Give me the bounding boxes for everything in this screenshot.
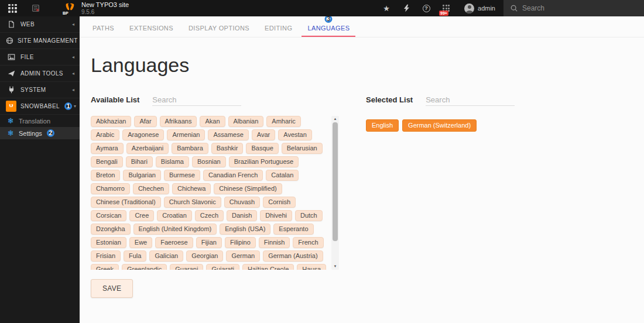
language-tag-catalan[interactable]: Catalan bbox=[266, 170, 299, 181]
language-tag-amharic[interactable]: Amharic bbox=[266, 116, 300, 127]
language-tag-arabic[interactable]: Arabic bbox=[91, 129, 119, 140]
scroll-up-icon[interactable]: ▲ bbox=[331, 116, 339, 122]
available-search-input[interactable] bbox=[152, 94, 241, 106]
save-button[interactable]: SAVE bbox=[91, 279, 133, 298]
language-tag-georgian[interactable]: Georgian bbox=[186, 250, 223, 262]
language-tag-chinese-traditional[interactable]: Chinese (Traditional) bbox=[91, 197, 161, 208]
tab-display-options[interactable]: DISPLAY OPTIONS bbox=[183, 16, 255, 37]
language-tag-azerbaijani[interactable]: Azerbaijani bbox=[126, 143, 169, 154]
language-tag-french[interactable]: French bbox=[293, 237, 323, 248]
tab-languages[interactable]: LANGUAGES3 bbox=[302, 16, 355, 37]
chevron-down-icon: ▾ bbox=[74, 104, 76, 109]
language-tag-faeroese[interactable]: Faeroese bbox=[155, 237, 193, 248]
tab-paths[interactable]: PATHS bbox=[87, 16, 120, 37]
modules-menu-icon[interactable] bbox=[8, 4, 17, 13]
sidebar-module-admin-tools[interactable]: ADMIN TOOLS◂ bbox=[0, 66, 80, 82]
language-tag-ha-tian-creole[interactable]: Haïtian Creole bbox=[242, 264, 294, 270]
language-tag-czech[interactable]: Czech bbox=[195, 210, 224, 221]
language-tag-bengali[interactable]: Bengali bbox=[91, 156, 123, 167]
global-search-input[interactable] bbox=[522, 4, 628, 12]
language-tag-bashkir[interactable]: Bashkir bbox=[211, 143, 244, 154]
topbar-right: ★ ? 99+ admin bbox=[376, 0, 644, 16]
selected-language-tag-english[interactable]: English bbox=[366, 119, 399, 132]
sidebar-module-file[interactable]: FILE◂ bbox=[0, 49, 80, 66]
language-tag-afar[interactable]: Afar bbox=[134, 116, 156, 127]
language-tag-belarusian[interactable]: Belarusian bbox=[282, 143, 323, 154]
language-tag-estonian[interactable]: Estonian bbox=[91, 237, 126, 248]
language-tag-chichewa[interactable]: Chichewa bbox=[172, 183, 211, 194]
language-tag-cornish[interactable]: Cornish bbox=[263, 197, 296, 208]
language-tag-afrikaans[interactable]: Afrikaans bbox=[160, 116, 197, 127]
help-icon[interactable]: ? bbox=[416, 0, 436, 16]
language-tag-chinese-simplified[interactable]: Chinese (Simplified) bbox=[214, 183, 282, 194]
language-tag-dutch[interactable]: Dutch bbox=[295, 210, 323, 221]
language-tag-aymara[interactable]: Aymara bbox=[91, 143, 124, 154]
language-tag-assamese[interactable]: Assamese bbox=[208, 129, 248, 140]
notifications-icon[interactable]: 99+ bbox=[436, 0, 456, 16]
scrollbar-thumb[interactable] bbox=[333, 122, 338, 241]
selected-search-input[interactable] bbox=[426, 94, 515, 106]
language-tag-esperanto[interactable]: Esperanto bbox=[273, 224, 313, 235]
language-tag-finnish[interactable]: Finnish bbox=[259, 237, 290, 248]
language-tag-croatian[interactable]: Croatian bbox=[157, 210, 192, 221]
tab-extensions[interactable]: EXTENSIONS bbox=[124, 16, 179, 37]
language-tag-basque[interactable]: Basque bbox=[246, 143, 278, 154]
user-menu[interactable]: admin bbox=[456, 4, 503, 13]
language-tag-armenian[interactable]: Armenian bbox=[167, 129, 205, 140]
language-tag-bambara[interactable]: Bambara bbox=[172, 143, 208, 154]
language-tag-german-austria[interactable]: German (Austria) bbox=[263, 250, 323, 262]
language-tag-filipino[interactable]: Filipino bbox=[225, 237, 256, 248]
list-scrollbar[interactable]: ▲ ▼ bbox=[331, 116, 339, 270]
language-tag-danish[interactable]: Danish bbox=[227, 210, 257, 221]
language-tag-dzongkha[interactable]: Dzongkha bbox=[91, 224, 131, 235]
language-tag-chamorro[interactable]: Chamorro bbox=[91, 183, 130, 194]
language-tag-avar[interactable]: Avar bbox=[252, 129, 275, 140]
language-tag-greenlandic[interactable]: Greenlandic bbox=[122, 264, 167, 270]
language-tag-chechen[interactable]: Chechen bbox=[133, 183, 169, 194]
language-tag-breton[interactable]: Breton bbox=[91, 170, 120, 181]
language-tag-corsican[interactable]: Corsican bbox=[91, 210, 126, 221]
language-tag-bislama[interactable]: Bislama bbox=[156, 156, 189, 167]
language-tag-albanian[interactable]: Albanian bbox=[228, 116, 264, 127]
language-tag-canadian-french[interactable]: Canadian French bbox=[203, 170, 263, 181]
language-tag-greek[interactable]: Greek bbox=[91, 264, 119, 270]
language-tag-bosnian[interactable]: Bosnian bbox=[192, 156, 226, 167]
language-tag-frisian[interactable]: Frisian bbox=[91, 250, 121, 262]
sidebar-module-site-management[interactable]: SITE MANAGEMENT◂ bbox=[0, 33, 80, 49]
chevron-left-icon: ◂ bbox=[72, 71, 74, 76]
global-search[interactable] bbox=[503, 0, 644, 16]
language-tag-abkhazian[interactable]: Abkhazian bbox=[91, 116, 131, 127]
language-tag-gujarati[interactable]: Gujarati bbox=[206, 264, 239, 270]
language-tag-chuvash[interactable]: Chuvash bbox=[224, 197, 260, 208]
sidebar-module-system[interactable]: SYSTEM◂ bbox=[0, 82, 80, 98]
language-tag-fula[interactable]: Fula bbox=[124, 250, 146, 262]
language-tag-fijian[interactable]: Fijian bbox=[196, 237, 222, 248]
language-tag-hausa[interactable]: Hausa bbox=[297, 264, 326, 270]
sidebar-item-settings[interactable]: ❄Settings2 bbox=[0, 127, 80, 139]
sidebar-item-translation[interactable]: ❄Translation bbox=[0, 115, 80, 127]
language-tag-akan[interactable]: Akan bbox=[200, 116, 225, 127]
language-tag-english-usa[interactable]: English (USA) bbox=[220, 224, 270, 235]
language-tag-galician[interactable]: Galician bbox=[149, 250, 183, 262]
scroll-down-icon[interactable]: ▼ bbox=[331, 263, 339, 270]
selected-language-tag-german-switzerland[interactable]: German (Switzerland) bbox=[402, 119, 477, 132]
tab-editing[interactable]: EDITING bbox=[259, 16, 298, 37]
language-tag-dhivehi[interactable]: Dhivehi bbox=[260, 210, 292, 221]
language-tag-bulgarian[interactable]: Bulgarian bbox=[123, 170, 160, 181]
language-tag-aragonese[interactable]: Aragonese bbox=[122, 129, 164, 140]
language-tag-ewe[interactable]: Ewe bbox=[129, 237, 152, 248]
language-tag-bihari[interactable]: Bihari bbox=[126, 156, 153, 167]
sidebar-module-snowbabel[interactable]: SNOWBABEL1▾ bbox=[0, 98, 80, 115]
language-tag-avestan[interactable]: Avestan bbox=[278, 129, 312, 140]
language-tag-burmese[interactable]: Burmese bbox=[164, 170, 200, 181]
language-tag-guarani[interactable]: Guarani bbox=[170, 264, 203, 270]
language-tag-church-slavonic[interactable]: Church Slavonic bbox=[164, 197, 221, 208]
clear-cache-bolt-icon[interactable] bbox=[396, 0, 416, 16]
language-tag-german[interactable]: German bbox=[226, 250, 260, 262]
language-tag-english-united-kingdom[interactable]: English (United Kingdom) bbox=[133, 224, 217, 235]
language-tag-cree[interactable]: Cree bbox=[129, 210, 154, 221]
bookmark-star-icon[interactable]: ★ bbox=[376, 0, 396, 16]
language-tag-brazilian-portuguese[interactable]: Brazilian Portuguese bbox=[229, 156, 299, 167]
sidebar-module-web[interactable]: WEB◂ bbox=[0, 16, 80, 33]
open-documents-icon[interactable] bbox=[25, 0, 46, 16]
